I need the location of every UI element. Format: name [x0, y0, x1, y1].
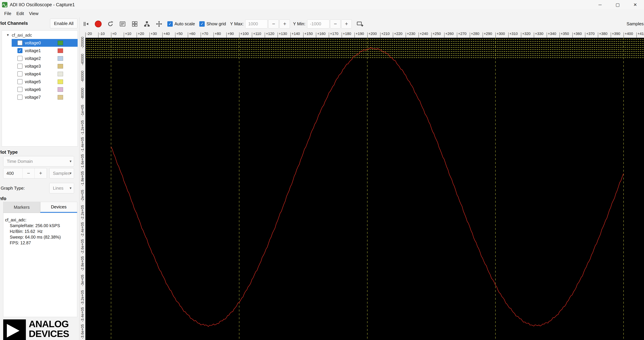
auto-scale-checkbox[interactable]: ✓ Auto scale	[167, 21, 195, 27]
minimize-icon: ─	[598, 2, 602, 7]
sample-count-decrement-button[interactable]: −	[22, 168, 34, 178]
tab-devices[interactable]: Devices	[40, 202, 77, 213]
x-tick-label: +250	[432, 31, 441, 36]
channel-checkbox-voltage3[interactable]	[18, 64, 22, 69]
enable-all-button[interactable]: Enable All	[50, 18, 78, 28]
window-grid-icon	[131, 20, 138, 27]
show-grid-label: Show grid	[206, 21, 226, 26]
channel-row-voltage7[interactable]: voltage7	[12, 93, 78, 101]
x-tick-mark	[470, 32, 470, 38]
menu-item-view[interactable]: View	[26, 11, 41, 16]
x-tick-mark	[214, 32, 214, 38]
x-tick-mark	[342, 32, 342, 38]
plot-type-value: Time Domain	[7, 159, 70, 164]
channel-label: voltage0	[25, 40, 41, 45]
x-tick-mark	[611, 32, 611, 38]
channel-checkbox-voltage5[interactable]	[18, 79, 22, 84]
x-tick-mark	[457, 32, 457, 38]
x-tick-mark	[418, 32, 419, 38]
channel-label: voltage7	[25, 95, 41, 100]
device-info-panel: cf_axi_adc: SampleRate: 256.00 kSPS Hz/B…	[3, 213, 77, 317]
channel-color-swatch	[58, 41, 63, 45]
check-icon: ✓	[18, 48, 22, 53]
x-tick-mark	[624, 32, 624, 38]
x-tick-label: -20	[86, 31, 92, 36]
x-tick-label: +70	[202, 31, 208, 36]
menu-item-file[interactable]: File	[2, 11, 14, 16]
channel-color-swatch	[58, 72, 63, 76]
plot-type-select[interactable]: Time Domain ▾	[3, 156, 74, 167]
plot-channels-label: Plot Channels	[0, 21, 28, 26]
x-tick-mark	[380, 32, 380, 38]
channel-checkbox-voltage6[interactable]	[18, 87, 22, 92]
y-min-increment-button[interactable]: +	[341, 19, 352, 28]
channel-label: voltage3	[25, 64, 41, 69]
x-tick-mark	[598, 32, 598, 38]
pan-button[interactable]	[154, 19, 164, 28]
channel-row-voltage0[interactable]: voltage0	[12, 39, 78, 47]
y-min-input[interactable]: -1000	[307, 19, 330, 28]
y-max-input[interactable]: 1000	[245, 19, 268, 28]
x-axis-units-select[interactable]: Samples	[626, 21, 644, 26]
channel-checkbox-voltage7[interactable]	[18, 95, 22, 100]
auto-scale-label: Auto scale	[174, 21, 195, 26]
channel-row-voltage6[interactable]: voltage6	[12, 86, 78, 93]
markers-button[interactable]	[118, 19, 127, 28]
x-tick-mark	[393, 32, 393, 38]
x-tick-label: +290	[484, 31, 492, 36]
device-info-line: SampleRate: 256.00 kSPS	[5, 223, 77, 228]
sample-count-spin: 400 − +	[3, 168, 47, 178]
channel-row-voltage1[interactable]: ✓voltage1	[12, 47, 78, 54]
check-icon: ✓	[168, 22, 172, 26]
plot-canvas[interactable]	[85, 38, 644, 340]
x-tick-label: +390	[612, 31, 620, 36]
maximize-button[interactable]: ▢	[609, 0, 626, 9]
channel-row-voltage2[interactable]: voltage2	[12, 54, 78, 62]
x-tick-mark	[290, 32, 291, 38]
x-tick-label: +110	[253, 31, 261, 36]
channel-label: voltage6	[25, 87, 41, 92]
y-max-increment-button[interactable]: +	[280, 19, 290, 28]
sample-count-value[interactable]: 400	[4, 168, 22, 178]
close-button[interactable]: ✕	[626, 0, 644, 9]
x-tick-mark	[496, 32, 496, 38]
graph-type-select[interactable]: Lines ▾	[49, 183, 74, 193]
x-tick-label: +90	[228, 31, 234, 36]
x-tick-label: -10	[100, 31, 105, 36]
capture-record-button[interactable]	[94, 19, 103, 28]
minimize-button[interactable]: ─	[591, 0, 609, 9]
sample-unit-select[interactable]: Samples ▾	[49, 168, 74, 178]
channel-label: voltage5	[25, 79, 41, 84]
y-tick-label: -20000	[80, 37, 85, 48]
x-tick-label: +120	[266, 31, 274, 36]
x-tick-mark	[150, 32, 150, 38]
y-tick-label: -3.6e+05	[80, 324, 85, 339]
channel-row-voltage5[interactable]: voltage5	[12, 78, 78, 86]
window-grid-button[interactable]	[130, 19, 139, 28]
menu-item-edit[interactable]: Edit	[14, 11, 26, 16]
sample-count-increment-button[interactable]: +	[34, 168, 47, 178]
show-grid-checkbox[interactable]: ✓ Show grid	[199, 21, 226, 27]
toggle-left-panel-button[interactable]	[82, 19, 90, 28]
channel-label: voltage1	[25, 48, 41, 53]
tab-markers[interactable]: Markers	[3, 202, 40, 213]
y-min-decrement-button[interactable]: −	[330, 19, 340, 28]
channel-checkbox-voltage4[interactable]	[18, 71, 22, 76]
channel-checkbox-voltage2[interactable]	[18, 56, 22, 61]
x-tick-label: +320	[522, 31, 530, 36]
device-tree-button[interactable]	[142, 19, 152, 28]
x-tick-label: +30	[150, 31, 157, 36]
channel-group-row[interactable]: ▼cf_axi_adc	[2, 31, 78, 39]
channel-row-voltage4[interactable]: voltage4	[12, 70, 78, 78]
channel-checkbox-voltage0[interactable]	[18, 40, 22, 45]
x-tick-mark	[265, 32, 265, 38]
channel-row-voltage3[interactable]: voltage3	[12, 62, 78, 70]
new-plot-icon	[357, 20, 364, 27]
channel-checkbox-voltage1[interactable]: ✓	[18, 48, 22, 53]
x-tick-mark	[252, 32, 252, 38]
new-plot-button[interactable]	[356, 19, 364, 28]
y-max-decrement-button[interactable]: −	[268, 19, 279, 28]
restart-capture-button[interactable]	[106, 19, 115, 28]
x-tick-mark	[585, 32, 585, 38]
graph-type-label: Graph Type:	[1, 186, 25, 191]
